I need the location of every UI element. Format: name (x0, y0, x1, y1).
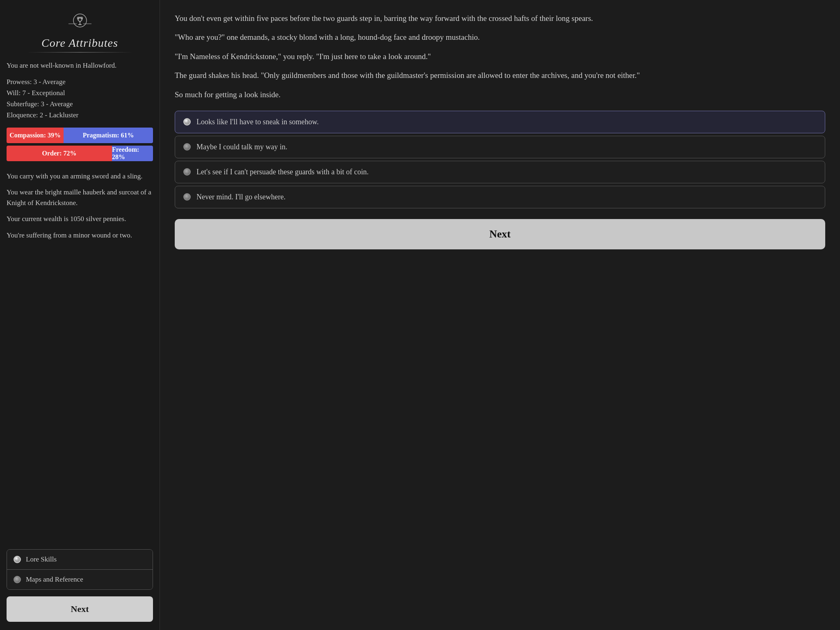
wealth-text: Your current wealth is 1050 silver penni… (7, 214, 153, 224)
right-panel: You don't even get within five paces bef… (160, 0, 840, 630)
wound-text: You're suffering from a minor wound or t… (7, 230, 153, 241)
inventory-text: You carry with you an arming sword and a… (7, 171, 153, 182)
left-nav-buttons: Lore Skills Maps and Reference (7, 549, 153, 590)
app-title: Core Attributes (7, 37, 153, 50)
svg-point-2 (73, 14, 87, 27)
narrative-para-4: The guard shakes his head. "Only guildme… (175, 69, 825, 82)
lore-skills-button[interactable]: Lore Skills (7, 550, 153, 570)
narrative-para-2: "Who are you?" one demands, a stocky blo… (175, 31, 825, 43)
choice-3-radio (183, 168, 191, 176)
lore-skills-radio (14, 556, 21, 563)
logo-icon (68, 8, 92, 33)
header-divider (27, 52, 133, 52)
compassion-bar: Compassion: 39% (7, 128, 64, 143)
choice-1-radio (183, 118, 191, 126)
choice-2-radio (183, 143, 191, 151)
choice-3-button[interactable]: Let's see if I can't persuade these guar… (175, 161, 825, 183)
alignment-bar-row1: Compassion: 39% Pragmatism: 61% (7, 128, 153, 143)
choice-1-button[interactable]: Looks like I'll have to sneak in somehow… (175, 111, 825, 133)
choice-2-button[interactable]: Maybe I could talk my way in. (175, 136, 825, 158)
narrative-para-3: "I'm Nameless of Kendrickstone," you rep… (175, 50, 825, 63)
header: Core Attributes (7, 8, 153, 52)
left-next-button[interactable]: Next (7, 596, 153, 622)
attributes-list: Prowess: 3 - Average Will: 7 - Exception… (7, 76, 153, 121)
maps-reference-button[interactable]: Maps and Reference (7, 570, 153, 589)
alignment-bars: Compassion: 39% Pragmatism: 61% Order: 7… (7, 128, 153, 164)
narrative-para-1: You don't even get within five paces bef… (175, 12, 825, 25)
armor-text: You wear the bright maille hauberk and s… (7, 187, 153, 208)
location-status: You are not well-known in Hallowford. (7, 61, 153, 71)
choice-4-button[interactable]: Never mind. I'll go elsewhere. (175, 186, 825, 208)
alignment-bar-row2: Order: 72% Freedom: 28% (7, 146, 153, 161)
choice-4-radio (183, 193, 191, 201)
choices-list: Looks like I'll have to sneak in somehow… (175, 111, 825, 208)
attribute-will: Will: 7 - Exceptional (7, 87, 153, 98)
freedom-bar: Freedom: 28% (112, 146, 153, 161)
maps-reference-radio (14, 576, 21, 583)
attribute-subterfuge: Subterfuge: 3 - Average (7, 98, 153, 110)
narrative-para-5: So much for getting a look inside. (175, 89, 825, 101)
order-bar: Order: 72% (7, 146, 112, 161)
left-panel: Core Attributes You are not well-known i… (0, 0, 160, 630)
attribute-prowess: Prowess: 3 - Average (7, 76, 153, 87)
right-next-button[interactable]: Next (175, 219, 825, 249)
attribute-eloquence: Eloquence: 2 - Lackluster (7, 110, 153, 121)
pragmatism-bar: Pragmatism: 61% (64, 128, 153, 143)
